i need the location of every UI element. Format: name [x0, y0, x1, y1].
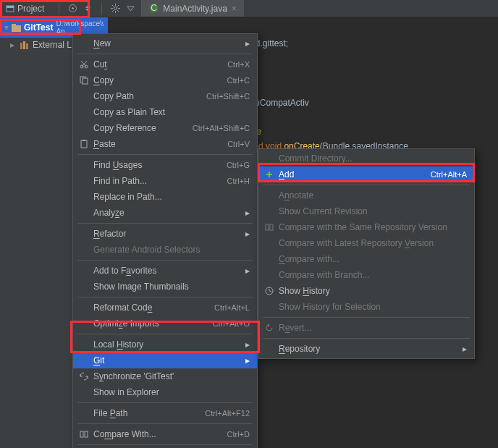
external-libs-label: External L — [33, 40, 72, 50]
git-submenu: Commit Directory... AddCtrl+Alt+A Annota… — [258, 148, 475, 359]
java-class-icon: C — [149, 4, 159, 13]
revert-icon — [263, 324, 276, 332]
folder-icon — [12, 24, 21, 32]
svg-rect-29 — [85, 431, 88, 437]
svg-rect-17 — [20, 43, 22, 49]
history-icon — [263, 287, 276, 295]
submenu-repository[interactable]: Repository▸ — [258, 341, 474, 357]
diff-icon — [77, 430, 90, 439]
svg-rect-25 — [83, 78, 88, 84]
menu-show-explorer[interactable]: Show in Explorer — [73, 384, 257, 400]
menu-analyze[interactable]: Analyze▸ — [73, 205, 257, 221]
plus-icon — [263, 170, 276, 179]
menu-generate-selectors[interactable]: Generate Android Selectors — [73, 242, 257, 258]
diff-icon — [263, 223, 276, 232]
target-icon[interactable] — [68, 4, 77, 13]
menu-local-history[interactable]: Local History▸ — [73, 337, 257, 352]
submenu-compare-same[interactable]: Compare with the Same Repository Version — [258, 219, 474, 235]
svg-rect-1 — [7, 6, 14, 8]
menu-find-in-path[interactable]: Find in Path...Ctrl+H — [73, 173, 257, 189]
collapse-icon[interactable] — [83, 4, 93, 13]
svg-line-10 — [117, 10, 119, 12]
paste-icon — [77, 140, 90, 148]
submenu-add[interactable]: AddCtrl+Alt+A — [258, 166, 474, 182]
menu-find-usages[interactable]: Find UsagesCtrl+G — [73, 157, 257, 173]
svg-rect-28 — [80, 431, 83, 437]
menu-new[interactable]: New▸ — [73, 35, 257, 51]
menu-copy-plain[interactable]: Copy as Plain Text — [73, 104, 257, 120]
menu-add-favorites[interactable]: Add to Favorites▸ — [73, 263, 257, 279]
menu-show-thumbnails[interactable]: Show Image Thumbnails — [73, 279, 257, 295]
svg-rect-26 — [81, 140, 87, 148]
root-label: GitTest — [24, 22, 53, 33]
submenu-show-current-rev[interactable]: Show Current Revision — [258, 203, 474, 219]
svg-rect-15 — [12, 25, 21, 32]
svg-line-37 — [269, 291, 271, 292]
editor-tab[interactable]: C MainActivity.java × — [141, 0, 244, 17]
menu-git[interactable]: Git▸ — [73, 352, 257, 368]
svg-rect-18 — [23, 41, 25, 49]
svg-rect-34 — [270, 224, 273, 230]
menu-optimize-imports[interactable]: Optimize ImportsCtrl+Alt+O — [73, 316, 257, 331]
menu-paste[interactable]: PasteCtrl+V — [73, 136, 257, 152]
toolbar-actions — [50, 3, 141, 14]
copy-icon — [77, 76, 90, 85]
close-icon[interactable]: × — [232, 4, 237, 14]
menu-replace-in-path[interactable]: Replace in Path... — [73, 189, 257, 205]
submenu-revert[interactable]: Revert... — [258, 320, 474, 336]
menu-file-path[interactable]: File PathCtrl+Alt+F12 — [73, 405, 257, 421]
submenu-show-history[interactable]: Show History — [258, 283, 474, 299]
svg-rect-19 — [26, 43, 28, 49]
tab-label: MainActivity.java — [163, 4, 227, 14]
chevron-right-icon: ▸ — [10, 40, 17, 50]
menu-compare-with[interactable]: Compare With...Ctrl+D — [73, 426, 257, 442]
svg-line-23 — [81, 61, 86, 67]
sync-icon — [77, 372, 90, 381]
svg-line-22 — [82, 61, 87, 67]
menu-cut[interactable]: CutCtrl+X — [73, 56, 257, 72]
submenu-show-history-selection[interactable]: Show History for Selection — [258, 299, 474, 315]
project-icon — [6, 4, 14, 13]
svg-line-12 — [112, 10, 114, 12]
submenu-compare-branch[interactable]: Compare with Branch... — [258, 267, 474, 283]
project-label: Project — [17, 4, 44, 14]
menu-copy-path[interactable]: Copy PathCtrl+Shift+C — [73, 88, 257, 104]
submenu-commit-directory[interactable]: Commit Directory... — [258, 151, 474, 166]
cut-icon — [77, 60, 90, 69]
svg-line-11 — [117, 5, 119, 7]
svg-rect-16 — [12, 24, 16, 26]
project-tool-button[interactable]: Project — [0, 0, 50, 17]
svg-point-3 — [72, 7, 74, 9]
svg-point-4 — [114, 7, 117, 10]
gear-icon[interactable] — [111, 4, 120, 13]
svg-rect-33 — [266, 224, 269, 230]
svg-rect-27 — [83, 140, 85, 141]
chevron-down-icon: ▾ — [4, 22, 9, 33]
svg-line-9 — [112, 5, 114, 7]
library-icon — [20, 41, 30, 49]
toolbar: Project C MainActivity.java × — [0, 0, 498, 17]
menu-copy[interactable]: CopyCtrl+C — [73, 72, 257, 88]
svg-text:C: C — [151, 4, 158, 13]
hide-icon[interactable] — [126, 4, 135, 13]
submenu-annotate[interactable]: Annotate — [258, 187, 474, 203]
menu-reformat-code[interactable]: Reformat CodeCtrl+Alt+L — [73, 300, 257, 316]
submenu-compare-with[interactable]: Compare with... — [258, 251, 474, 267]
menu-refactor[interactable]: Refactor▸ — [73, 226, 257, 242]
menu-synchronize[interactable]: Synchronize 'GitTest' — [73, 368, 257, 384]
submenu-compare-latest[interactable]: Compare with Latest Repository Version — [258, 235, 474, 251]
context-menu: New▸ CutCtrl+X CopyCtrl+C Copy PathCtrl+… — [72, 33, 258, 448]
menu-copy-reference[interactable]: Copy ReferenceCtrl+Alt+Shift+C — [73, 120, 257, 136]
